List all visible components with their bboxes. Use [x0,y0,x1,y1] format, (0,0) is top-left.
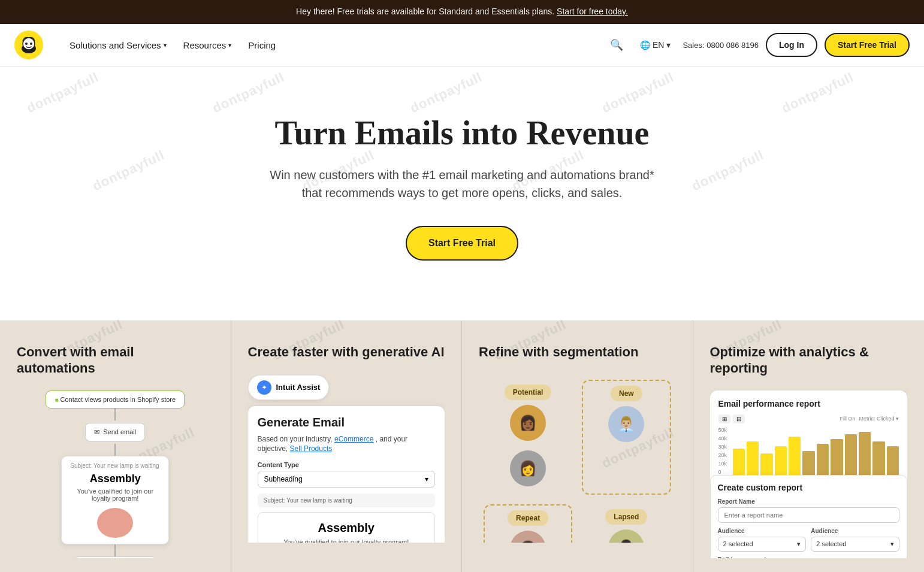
email-preview-card: Subject: Your new lamp is waiting Assemb… [61,456,169,544]
search-button[interactable]: 🔍 [605,34,628,56]
audience-dropdown-1[interactable]: 2 selected ▾ [718,537,807,552]
build-report-label: Build your report [718,556,900,558]
ai-panel: Generate Email Based on your industry, e… [248,406,445,543]
avatar-new: 👨🏼‍💼 [608,406,644,442]
chevron-down-icon: ▾ [797,540,801,548]
chart-bar [789,437,801,475]
segment-new: New 👨🏼‍💼 [582,380,671,495]
analytics-report-title: Email performance report [718,399,899,408]
chevron-down-icon: ▾ [228,42,231,49]
banner-link[interactable]: Start for free today. [557,7,628,16]
assist-label: Intuit Assist [276,383,321,392]
chevron-down-icon: ▾ [666,40,671,50]
chart-bar [760,453,772,475]
nav-right: 🔍 🌐 EN ▾ Sales: 0800 086 8196 Log In Sta… [605,33,910,57]
report-name-input[interactable] [718,507,900,523]
chart-controls-left: ⊞ ⊟ [718,414,745,423]
chart-bar [817,444,829,475]
chart-bars [718,427,899,475]
sales-phone: Sales: 0800 086 8196 [683,41,759,50]
chart-control-2[interactable]: ⊟ [733,414,745,423]
makes-purchase-node: ❓ Makes purchase? [74,556,156,558]
nav-solutions[interactable]: Solutions and Services ▾ [62,35,174,55]
segment-repeat: Repeat 👩🏻 [484,504,572,543]
chart-bar [859,432,871,475]
lapsed-badge: Lapsed [605,509,647,525]
feature-analytics: Optimize with analytics & reporting Emai… [693,320,925,572]
audience-dropdown-2[interactable]: 2 selected ▾ [811,537,899,552]
chevron-down-icon: ▾ [164,42,167,49]
feature-segmentation-title: Refine with segmentation [479,344,676,360]
feature-segmentation: Refine with segmentation Potential 👩🏾 👩 [462,320,693,572]
y-label-5: 50k [718,427,727,433]
intuit-assist-badge: ✦ Intuit Assist [248,375,330,400]
automation-flow: ■ Contact views products in Shopify stor… [17,391,214,558]
feature-automations-title: Convert with email automations [17,344,214,376]
metric-selector[interactable]: Metric: Clicked ▾ [859,416,899,422]
segment-grid: Potential 👩🏾 👩 New 👨🏼‍💼 [479,375,676,543]
lamp-illustration [97,508,133,538]
hero-wrapper: dontpayfull dontpayfull dontpayfull dont… [0,67,924,321]
sell-products-link[interactable]: Sell Products [290,444,333,453]
y-axis-labels: 50k 40k 30k 20k 10k 0 [718,427,727,475]
chart-bar [733,449,745,475]
feature-analytics-title: Optimize with analytics & reporting [710,344,908,376]
assembly-body: You've qualified to join our loyalty pro… [267,538,427,542]
report-audience-selects: Audience 2 selected ▾ Audience 2 selecte… [718,528,900,552]
assembly-email-card: Assembly You've qualified to join our lo… [258,512,436,542]
audience-label-1: Audience [718,528,807,534]
generate-email-title: Generate Email [258,416,436,429]
start-trial-nav-button[interactable]: Start Free Trial [825,33,910,57]
avatar-potential-2: 👩 [510,450,546,486]
flow-line [114,408,116,420]
banner-text: Hey there! Free trials are available for… [296,7,554,16]
flow-line [114,544,116,556]
email-card-body: You've qualified to join our loyalty pro… [70,488,160,502]
report-name-label: Report Name [718,498,900,505]
svg-point-3 [25,43,28,45]
feature-automations: Convert with email automations ■ Contact… [0,320,231,572]
chart-bar [775,446,787,475]
nav-links: Solutions and Services ▾ Resources ▾ Pri… [62,35,605,55]
segment-lapsed: Lapsed 👨🏻‍🦱 [582,504,671,543]
search-icon: 🔍 [610,39,623,51]
y-label-0: 0 [718,469,727,475]
shopify-node: ■ Contact views products in Shopify stor… [46,391,185,408]
audience-select-1: Audience 2 selected ▾ [718,528,807,552]
chevron-down-icon: ▾ [425,475,428,483]
flow-line [114,444,116,456]
start-trial-hero-button[interactable]: Start Free Trial [406,226,518,261]
top-banner: Hey there! Free trials are available for… [0,0,924,24]
assist-icon: ✦ [257,380,271,395]
chart-bar [802,451,814,475]
chart-controls-right: Fill On Metric: Clicked ▾ [840,416,899,422]
y-label-2: 20k [718,452,727,458]
content-type-label: Content Type [258,461,436,468]
language-selector[interactable]: 🌐 EN ▾ [635,37,675,53]
subject-line: Subject: Your new lamp is waiting [70,462,160,469]
chart-bar [831,439,843,475]
segment-potential: Potential 👩🏾 👩 [484,380,572,495]
email-card-title: Assembly [70,473,160,485]
custom-report-title: Create custom report [718,483,900,492]
nav-resources[interactable]: Resources ▾ [176,35,239,55]
custom-report-card: Create custom report Report Name Audienc… [710,475,908,558]
audience-select-2: Audience 2 selected ▾ [811,528,899,552]
ai-illustration: ✦ Intuit Assist Generate Email Based on … [248,375,445,543]
hero-headline: Turn Emails into Revenue [14,115,910,152]
features-section: Convert with email automations ■ Contact… [0,320,924,572]
globe-icon: 🌐 [640,40,650,50]
desc-text-1: Based on your industry, [258,435,333,443]
content-type-select[interactable]: Subheading ▾ [258,471,436,488]
filter-label: Fill On [840,416,855,422]
hero-subtext: Win new customers with the #1 email mark… [258,166,666,202]
y-label-1: 10k [718,461,727,467]
email-icon: ✉ [94,428,99,436]
logo[interactable] [14,31,43,59]
nav-pricing[interactable]: Pricing [241,35,283,55]
chart-control-1[interactable]: ⊞ [718,414,730,423]
analytics-illustration: Email performance report ⊞ ⊟ Fill On Met… [710,391,908,558]
svg-point-4 [30,43,32,45]
login-button[interactable]: Log In [766,33,817,57]
ecommerce-link[interactable]: eCommerce [334,435,373,443]
